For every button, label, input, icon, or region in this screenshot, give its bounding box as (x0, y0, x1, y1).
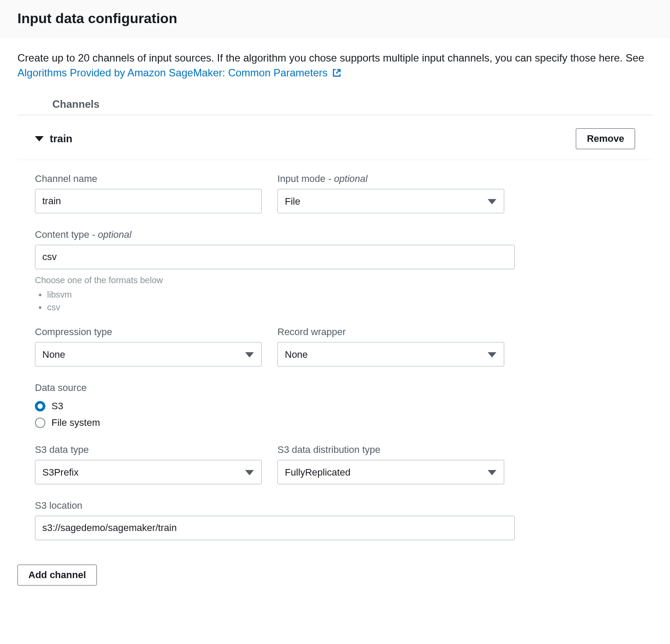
data-source-label: Data source (35, 382, 262, 394)
radio-checked-icon (35, 401, 45, 411)
channel-title: train (50, 133, 72, 145)
content-type-hint: Choose one of the formats below libsvm c… (35, 275, 515, 315)
s3-data-type-label: S3 data type (35, 444, 262, 456)
intro-link[interactable]: Algorithms Provided by Amazon SageMaker:… (17, 67, 341, 79)
channel-name-field: Channel name (35, 173, 262, 213)
content-type-option: csv (47, 302, 515, 312)
record-wrapper-field: Record wrapper None (277, 326, 504, 367)
intro-link-text: Algorithms Provided by Amazon SageMaker:… (17, 67, 328, 79)
record-wrapper-select[interactable]: None (277, 342, 504, 367)
channel-toggle[interactable]: train (35, 133, 72, 145)
external-link-icon (332, 66, 341, 81)
channel-name-label: Channel name (35, 173, 262, 185)
s3-location-label: S3 location (35, 500, 515, 511)
channel-header-row: train Remove (17, 115, 653, 160)
s3-distribution-type-field: S3 data distribution type FullyReplicate… (277, 444, 504, 484)
compression-type-field: Compression type None (35, 326, 262, 367)
content-type-option: libsvm (47, 290, 515, 300)
channels-heading: Channels (17, 94, 653, 115)
s3-distribution-type-label: S3 data distribution type (277, 444, 504, 456)
data-source-field: Data source S3 File system (35, 382, 262, 428)
s3-distribution-type-select[interactable]: FullyReplicated (277, 460, 504, 484)
compression-type-select[interactable]: None (35, 342, 262, 367)
remove-button[interactable]: Remove (576, 128, 635, 149)
input-mode-label: Input mode - optional (277, 173, 504, 185)
s3-location-field: S3 location (35, 500, 515, 540)
content-type-input[interactable] (35, 245, 515, 269)
data-source-radio-s3[interactable]: S3 (35, 401, 262, 412)
content-type-label: Content type - optional (35, 229, 515, 240)
s3-data-type-field: S3 data type S3Prefix (35, 444, 262, 484)
input-mode-field: Input mode - optional File (277, 173, 504, 213)
radio-unchecked-icon (35, 418, 45, 428)
intro-text-body: Create up to 20 channels of input source… (17, 52, 644, 64)
caret-down-icon (35, 136, 44, 141)
s3-location-input[interactable] (35, 516, 515, 540)
content-type-field: Content type - optional Choose one of th… (35, 229, 515, 315)
add-channel-button[interactable]: Add channel (17, 565, 97, 586)
section-header: Input data configuration (0, 0, 670, 38)
compression-type-label: Compression type (35, 326, 262, 338)
intro-text: Create up to 20 channels of input source… (0, 38, 670, 85)
record-wrapper-label: Record wrapper (277, 326, 504, 338)
section-title: Input data configuration (17, 10, 653, 27)
channel-name-input[interactable] (35, 189, 262, 213)
data-source-radio-file-system[interactable]: File system (35, 417, 262, 428)
s3-data-type-select[interactable]: S3Prefix (35, 460, 262, 484)
input-mode-select[interactable]: File (277, 189, 504, 213)
